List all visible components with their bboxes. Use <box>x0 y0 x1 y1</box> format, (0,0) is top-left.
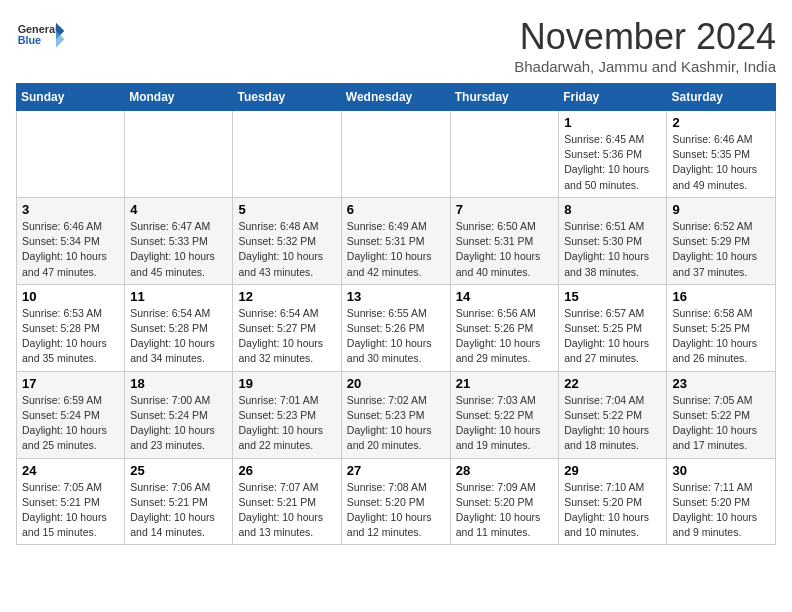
day-info: Sunrise: 6:54 AM Sunset: 5:27 PM Dayligh… <box>238 306 335 367</box>
day-info: Sunrise: 7:04 AM Sunset: 5:22 PM Dayligh… <box>564 393 661 454</box>
day-number: 14 <box>456 289 554 304</box>
day-number: 17 <box>22 376 119 391</box>
day-info: Sunrise: 6:52 AM Sunset: 5:29 PM Dayligh… <box>672 219 770 280</box>
calendar-cell: 30Sunrise: 7:11 AM Sunset: 5:20 PM Dayli… <box>667 458 776 545</box>
calendar-cell: 20Sunrise: 7:02 AM Sunset: 5:23 PM Dayli… <box>341 371 450 458</box>
calendar-table: SundayMondayTuesdayWednesdayThursdayFrid… <box>16 83 776 545</box>
calendar-week-row: 24Sunrise: 7:05 AM Sunset: 5:21 PM Dayli… <box>17 458 776 545</box>
day-info: Sunrise: 6:50 AM Sunset: 5:31 PM Dayligh… <box>456 219 554 280</box>
calendar-cell: 7Sunrise: 6:50 AM Sunset: 5:31 PM Daylig… <box>450 197 559 284</box>
calendar-cell <box>17 111 125 198</box>
calendar-cell <box>450 111 559 198</box>
location-subtitle: Bhadarwah, Jammu and Kashmir, India <box>514 58 776 75</box>
day-number: 26 <box>238 463 335 478</box>
calendar-cell <box>233 111 341 198</box>
calendar-cell: 12Sunrise: 6:54 AM Sunset: 5:27 PM Dayli… <box>233 284 341 371</box>
day-info: Sunrise: 7:09 AM Sunset: 5:20 PM Dayligh… <box>456 480 554 541</box>
day-info: Sunrise: 6:54 AM Sunset: 5:28 PM Dayligh… <box>130 306 227 367</box>
day-number: 1 <box>564 115 661 130</box>
day-number: 28 <box>456 463 554 478</box>
day-number: 29 <box>564 463 661 478</box>
day-info: Sunrise: 6:46 AM Sunset: 5:34 PM Dayligh… <box>22 219 119 280</box>
weekday-header-sunday: Sunday <box>17 84 125 111</box>
day-info: Sunrise: 6:58 AM Sunset: 5:25 PM Dayligh… <box>672 306 770 367</box>
calendar-cell: 23Sunrise: 7:05 AM Sunset: 5:22 PM Dayli… <box>667 371 776 458</box>
day-number: 4 <box>130 202 227 217</box>
day-info: Sunrise: 6:55 AM Sunset: 5:26 PM Dayligh… <box>347 306 445 367</box>
calendar-cell: 14Sunrise: 6:56 AM Sunset: 5:26 PM Dayli… <box>450 284 559 371</box>
day-number: 7 <box>456 202 554 217</box>
day-number: 12 <box>238 289 335 304</box>
calendar-cell: 11Sunrise: 6:54 AM Sunset: 5:28 PM Dayli… <box>125 284 233 371</box>
day-number: 9 <box>672 202 770 217</box>
calendar-cell: 25Sunrise: 7:06 AM Sunset: 5:21 PM Dayli… <box>125 458 233 545</box>
svg-text:General: General <box>18 23 58 35</box>
calendar-cell: 24Sunrise: 7:05 AM Sunset: 5:21 PM Dayli… <box>17 458 125 545</box>
calendar-cell: 1Sunrise: 6:45 AM Sunset: 5:36 PM Daylig… <box>559 111 667 198</box>
day-number: 10 <box>22 289 119 304</box>
day-info: Sunrise: 7:06 AM Sunset: 5:21 PM Dayligh… <box>130 480 227 541</box>
calendar-cell: 17Sunrise: 6:59 AM Sunset: 5:24 PM Dayli… <box>17 371 125 458</box>
calendar-cell: 27Sunrise: 7:08 AM Sunset: 5:20 PM Dayli… <box>341 458 450 545</box>
calendar-cell: 18Sunrise: 7:00 AM Sunset: 5:24 PM Dayli… <box>125 371 233 458</box>
day-number: 5 <box>238 202 335 217</box>
calendar-cell: 3Sunrise: 6:46 AM Sunset: 5:34 PM Daylig… <box>17 197 125 284</box>
month-title: November 2024 <box>514 16 776 58</box>
calendar-week-row: 17Sunrise: 6:59 AM Sunset: 5:24 PM Dayli… <box>17 371 776 458</box>
day-info: Sunrise: 6:49 AM Sunset: 5:31 PM Dayligh… <box>347 219 445 280</box>
day-info: Sunrise: 6:56 AM Sunset: 5:26 PM Dayligh… <box>456 306 554 367</box>
day-info: Sunrise: 7:05 AM Sunset: 5:21 PM Dayligh… <box>22 480 119 541</box>
day-number: 24 <box>22 463 119 478</box>
day-number: 23 <box>672 376 770 391</box>
calendar-cell: 21Sunrise: 7:03 AM Sunset: 5:22 PM Dayli… <box>450 371 559 458</box>
day-info: Sunrise: 6:46 AM Sunset: 5:35 PM Dayligh… <box>672 132 770 193</box>
day-number: 21 <box>456 376 554 391</box>
calendar-cell: 6Sunrise: 6:49 AM Sunset: 5:31 PM Daylig… <box>341 197 450 284</box>
logo: General Blue <box>16 16 66 56</box>
calendar-cell: 13Sunrise: 6:55 AM Sunset: 5:26 PM Dayli… <box>341 284 450 371</box>
day-number: 15 <box>564 289 661 304</box>
day-info: Sunrise: 7:10 AM Sunset: 5:20 PM Dayligh… <box>564 480 661 541</box>
day-info: Sunrise: 7:05 AM Sunset: 5:22 PM Dayligh… <box>672 393 770 454</box>
weekday-header-row: SundayMondayTuesdayWednesdayThursdayFrid… <box>17 84 776 111</box>
day-info: Sunrise: 7:02 AM Sunset: 5:23 PM Dayligh… <box>347 393 445 454</box>
day-info: Sunrise: 6:48 AM Sunset: 5:32 PM Dayligh… <box>238 219 335 280</box>
day-info: Sunrise: 6:57 AM Sunset: 5:25 PM Dayligh… <box>564 306 661 367</box>
day-info: Sunrise: 7:03 AM Sunset: 5:22 PM Dayligh… <box>456 393 554 454</box>
day-info: Sunrise: 7:11 AM Sunset: 5:20 PM Dayligh… <box>672 480 770 541</box>
day-number: 8 <box>564 202 661 217</box>
calendar-cell: 28Sunrise: 7:09 AM Sunset: 5:20 PM Dayli… <box>450 458 559 545</box>
day-number: 11 <box>130 289 227 304</box>
weekday-header-wednesday: Wednesday <box>341 84 450 111</box>
day-number: 30 <box>672 463 770 478</box>
calendar-week-row: 3Sunrise: 6:46 AM Sunset: 5:34 PM Daylig… <box>17 197 776 284</box>
day-number: 2 <box>672 115 770 130</box>
weekday-header-friday: Friday <box>559 84 667 111</box>
day-info: Sunrise: 6:47 AM Sunset: 5:33 PM Dayligh… <box>130 219 227 280</box>
calendar-week-row: 10Sunrise: 6:53 AM Sunset: 5:28 PM Dayli… <box>17 284 776 371</box>
day-number: 16 <box>672 289 770 304</box>
calendar-cell: 8Sunrise: 6:51 AM Sunset: 5:30 PM Daylig… <box>559 197 667 284</box>
calendar-cell: 19Sunrise: 7:01 AM Sunset: 5:23 PM Dayli… <box>233 371 341 458</box>
calendar-cell: 9Sunrise: 6:52 AM Sunset: 5:29 PM Daylig… <box>667 197 776 284</box>
page-header: General Blue November 2024 Bhadarwah, Ja… <box>16 16 776 75</box>
day-number: 27 <box>347 463 445 478</box>
calendar-cell: 10Sunrise: 6:53 AM Sunset: 5:28 PM Dayli… <box>17 284 125 371</box>
weekday-header-saturday: Saturday <box>667 84 776 111</box>
calendar-cell: 26Sunrise: 7:07 AM Sunset: 5:21 PM Dayli… <box>233 458 341 545</box>
calendar-cell: 15Sunrise: 6:57 AM Sunset: 5:25 PM Dayli… <box>559 284 667 371</box>
logo-icon: General Blue <box>16 16 66 56</box>
day-info: Sunrise: 7:07 AM Sunset: 5:21 PM Dayligh… <box>238 480 335 541</box>
day-info: Sunrise: 6:59 AM Sunset: 5:24 PM Dayligh… <box>22 393 119 454</box>
calendar-cell: 16Sunrise: 6:58 AM Sunset: 5:25 PM Dayli… <box>667 284 776 371</box>
weekday-header-thursday: Thursday <box>450 84 559 111</box>
day-number: 25 <box>130 463 227 478</box>
day-number: 6 <box>347 202 445 217</box>
calendar-cell: 22Sunrise: 7:04 AM Sunset: 5:22 PM Dayli… <box>559 371 667 458</box>
calendar-cell: 4Sunrise: 6:47 AM Sunset: 5:33 PM Daylig… <box>125 197 233 284</box>
svg-text:Blue: Blue <box>18 34 41 46</box>
day-info: Sunrise: 7:01 AM Sunset: 5:23 PM Dayligh… <box>238 393 335 454</box>
day-number: 3 <box>22 202 119 217</box>
calendar-week-row: 1Sunrise: 6:45 AM Sunset: 5:36 PM Daylig… <box>17 111 776 198</box>
day-number: 19 <box>238 376 335 391</box>
